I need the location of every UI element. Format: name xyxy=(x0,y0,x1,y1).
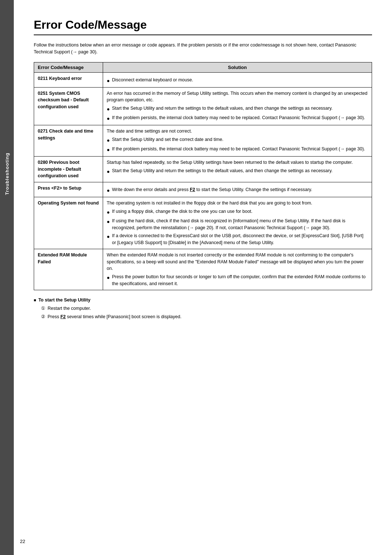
table-row: Press <F2> to Setup ● Write down the err… xyxy=(34,182,372,197)
error-table: Error Code/Message Solution 0211 Keyboar… xyxy=(34,62,372,290)
bullet-item: ● Start the Setup Utility and return the… xyxy=(107,105,368,113)
bullet-icon: ● xyxy=(107,105,110,113)
step-text: Press F2 several times while [Panasonic]… xyxy=(48,313,181,320)
solution-plain-text: When the extended RAM module is not inse… xyxy=(107,252,364,271)
setup-utility-title: To start the Setup Utility xyxy=(34,297,372,303)
bullet-text: Start the Setup Utility and set the corr… xyxy=(112,136,368,143)
bullet-icon: ● xyxy=(107,274,110,281)
solution-cell: ● Write down the error details and press… xyxy=(103,182,372,197)
bullet-icon: ● xyxy=(107,77,110,85)
solution-plain-text: The operating system is not installed in… xyxy=(107,200,312,206)
table-row: 0211 Keyboard error ● Disconnect externa… xyxy=(34,72,372,87)
solution-cell: Startup has failed repeatedly, so the Se… xyxy=(103,156,372,182)
table-row: 0271 Check date and time settings The da… xyxy=(34,125,372,157)
bullet-icon: ● xyxy=(107,168,110,175)
bullet-item: ● Write down the error details and press… xyxy=(107,186,368,194)
error-code-cell: Press <F2> to Setup xyxy=(34,182,103,197)
solution-cell: The date and time settings are not corre… xyxy=(103,125,372,157)
step-text: Restart the computer. xyxy=(48,305,91,312)
bullet-item: ● Press the power button for four second… xyxy=(107,274,368,287)
bullet-icon: ● xyxy=(107,146,110,154)
setup-steps: ① Restart the computer. ② Press F2 sever… xyxy=(41,305,372,320)
bullet-icon: ● xyxy=(107,115,110,122)
intro-paragraph: Follow the instructions below when an er… xyxy=(34,42,372,56)
f2-key: F2 xyxy=(60,314,66,319)
table-row: 0251 System CMOS checksum bad - Default … xyxy=(34,87,372,125)
solution-cell: ● Disconnect external keyboard or mouse. xyxy=(103,72,372,87)
error-code-text: 0271 Check date and time settings xyxy=(38,129,93,141)
error-code-text: Press <F2> to Setup xyxy=(38,186,81,191)
bullet-text: Start the Setup Utility and return the s… xyxy=(112,105,368,112)
error-code-text: Operating System not found xyxy=(38,200,99,206)
error-code-cell: 0251 System CMOS checksum bad - Default … xyxy=(34,87,103,125)
solution-cell: An error has occurred in the memory of S… xyxy=(103,87,372,125)
bullet-text: If the problem persists, the internal cl… xyxy=(112,146,368,153)
setup-utility-section: To start the Setup Utility ① Restart the… xyxy=(34,297,372,320)
bullet-icon: ● xyxy=(107,137,110,144)
page-number: 22 xyxy=(20,539,25,544)
bullet-text: If using the hard disk, check if the har… xyxy=(112,218,368,231)
error-code-cell: 0271 Check date and time settings xyxy=(34,125,103,157)
table-row: Operating System not found The operating… xyxy=(34,197,372,249)
error-code-text: 0211 Keyboard error xyxy=(38,76,82,81)
bullet-item: ● Start the Setup Utility and set the co… xyxy=(107,136,368,144)
step-number: ② xyxy=(41,313,45,320)
sidebar: Troubleshooting xyxy=(0,0,14,555)
page-title: Error Code/Message xyxy=(34,18,372,35)
error-code-text: Extended RAM Module Failed xyxy=(38,252,87,264)
bullet-icon: ● xyxy=(107,187,110,194)
bullet-text: If the problem persists, the internal cl… xyxy=(112,114,368,121)
bullet-item: ● Disconnect external keyboard or mouse. xyxy=(107,77,368,85)
table-header-row: Error Code/Message Solution xyxy=(34,62,372,72)
bullet-text: Start the Setup Utility and return the s… xyxy=(112,167,368,174)
solution-plain-text: Startup has failed repeatedly, so the Se… xyxy=(107,160,353,165)
error-code-cell: 0211 Keyboard error xyxy=(34,72,103,87)
bullet-icon: ● xyxy=(107,218,110,226)
error-code-text: 0251 System CMOS checksum bad - Default … xyxy=(38,91,89,110)
error-code-cell: 0280 Previous boot incomplete - Default … xyxy=(34,156,103,182)
setup-step-1: ① Restart the computer. xyxy=(41,305,372,312)
error-code-cell: Extended RAM Module Failed xyxy=(34,249,103,290)
solution-cell: When the extended RAM module is not inse… xyxy=(103,249,372,290)
error-code-text: 0280 Previous boot incomplete - Default … xyxy=(38,160,81,179)
bullet-text: Press the power button for four seconds … xyxy=(112,274,368,287)
bullet-text: If using a floppy disk, change the disk … xyxy=(112,208,368,215)
setup-step-2: ② Press F2 several times while [Panasoni… xyxy=(41,313,372,320)
table-row: Extended RAM Module Failed When the exte… xyxy=(34,249,372,290)
col-header-error: Error Code/Message xyxy=(34,62,103,72)
sidebar-label: Troubleshooting xyxy=(4,153,10,195)
page-container: Troubleshooting Error Code/Message Follo… xyxy=(0,0,392,555)
bullet-item: ● If using a floppy disk, change the dis… xyxy=(107,208,368,216)
setup-title-text: To start the Setup Utility xyxy=(38,297,91,303)
bullet-item: ● Start the Setup Utility and return the… xyxy=(107,167,368,175)
solution-plain-text: An error has occurred in the memory of S… xyxy=(107,91,367,103)
bullet-item: ● If a device is connected to the Expres… xyxy=(107,232,368,246)
bullet-text: Disconnect external keyboard or mouse. xyxy=(112,77,368,84)
col-header-solution: Solution xyxy=(103,62,372,72)
bullet-icon: ● xyxy=(107,233,110,240)
content-area: Error Code/Message Follow the instructio… xyxy=(14,0,392,555)
step-number: ① xyxy=(41,305,45,312)
table-row: 0280 Previous boot incomplete - Default … xyxy=(34,156,372,182)
bullet-item: ● If the problem persists, the internal … xyxy=(107,114,368,122)
bullet-text: If a device is connected to the ExpressC… xyxy=(112,232,368,246)
solution-plain-text: The date and time settings are not corre… xyxy=(107,129,192,134)
bullet-item: ● If using the hard disk, check if the h… xyxy=(107,218,368,231)
f2-key: F2 xyxy=(190,187,195,192)
solution-cell: The operating system is not installed in… xyxy=(103,197,372,249)
bullet-item: ● If the problem persists, the internal … xyxy=(107,146,368,154)
bullet-text: Write down the error details and press F… xyxy=(112,186,368,193)
bullet-icon: ● xyxy=(107,208,110,216)
error-code-cell: Operating System not found xyxy=(34,197,103,249)
